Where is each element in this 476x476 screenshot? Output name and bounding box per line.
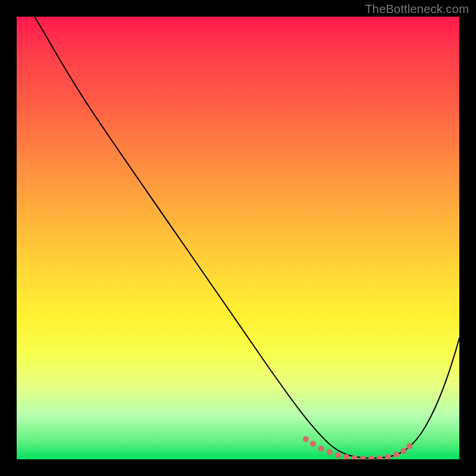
svg-point-9 (377, 455, 383, 459)
svg-point-13 (406, 443, 412, 449)
svg-point-1 (310, 441, 316, 447)
svg-point-7 (360, 456, 366, 459)
bottleneck-curve (35, 17, 459, 458)
highlight-dots (303, 436, 412, 459)
plot-area (17, 17, 459, 459)
chart-frame: TheBottleneck.com (0, 0, 476, 476)
svg-point-2 (318, 446, 324, 452)
svg-point-11 (393, 452, 399, 458)
svg-point-4 (335, 452, 341, 458)
watermark-text: TheBottleneck.com (365, 2, 469, 16)
chart-overlay (17, 17, 459, 459)
svg-point-12 (400, 448, 406, 454)
svg-point-3 (327, 449, 333, 455)
svg-point-10 (385, 454, 391, 459)
svg-point-8 (368, 456, 374, 459)
svg-point-0 (303, 436, 309, 442)
